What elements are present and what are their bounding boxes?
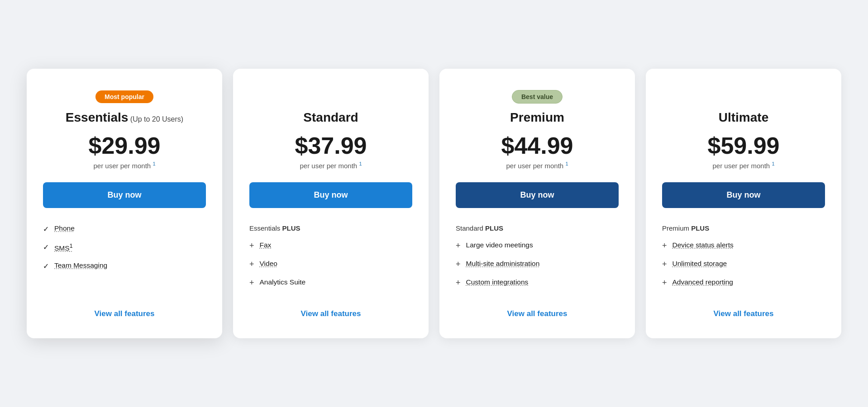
plus-icon: + [456, 260, 461, 269]
feature-list-standard: +Fax+Video+Analytics Suite [249, 241, 412, 297]
plus-icon: + [456, 278, 461, 288]
list-item: +Custom integrations [456, 278, 619, 288]
feature-text: Large video meetings [466, 241, 533, 249]
list-item: +Multi-site administration [456, 260, 619, 269]
checkmark-icon: ✓ [43, 225, 49, 233]
pricing-grid: Most popularEssentials (Up to 20 Users)$… [27, 69, 841, 338]
feature-text: Device status alerts [672, 241, 734, 249]
plan-name-suffix-essentials: (Up to 20 Users) [128, 115, 183, 123]
badge-essentials: Most popular [95, 90, 153, 103]
buy-button-essentials[interactable]: Buy now [43, 182, 206, 208]
feature-text: SMS1 [54, 242, 73, 252]
badge-area-premium: Best value [456, 87, 619, 107]
buy-button-premium[interactable]: Buy now [456, 182, 619, 208]
feature-text: Fax [260, 241, 272, 249]
plan-name-ultimate: Ultimate [662, 110, 825, 125]
feature-text: Multi-site administration [466, 260, 540, 268]
feature-text: Team Messaging [54, 261, 107, 270]
buy-button-ultimate[interactable]: Buy now [662, 182, 825, 208]
list-item: ✓SMS1 [43, 242, 206, 252]
list-item: +Analytics Suite [249, 278, 412, 288]
view-all-link-essentials[interactable]: View all features [43, 309, 206, 318]
list-item: +Video [249, 260, 412, 269]
feature-text: Video [260, 260, 277, 268]
plan-period-standard: per user per month 1 [249, 161, 412, 170]
checkmark-icon: ✓ [43, 243, 49, 251]
view-all-link-ultimate[interactable]: View all features [662, 309, 825, 318]
plan-price-essentials: $29.99 [43, 134, 206, 157]
checkmark-icon: ✓ [43, 262, 49, 270]
feature-text: Custom integrations [466, 278, 529, 286]
plus-icon: + [249, 278, 254, 288]
list-item: +Unlimited storage [662, 260, 825, 269]
plan-name-essentials: Essentials (Up to 20 Users) [43, 110, 206, 125]
badge-area-essentials: Most popular [43, 87, 206, 107]
features-label-standard: Essentials PLUS [249, 224, 412, 232]
feature-list-premium: +Large video meetings+Multi-site adminis… [456, 241, 619, 297]
list-item: +Fax [249, 241, 412, 251]
plan-card-standard: Standard$37.99per user per month 1Buy no… [233, 69, 429, 338]
feature-text: Analytics Suite [260, 278, 306, 286]
feature-list-essentials: ✓Phone✓SMS1✓Team Messaging [43, 224, 206, 297]
features-label-premium: Standard PLUS [456, 224, 619, 232]
feature-text: Advanced reporting [672, 278, 733, 286]
buy-button-standard[interactable]: Buy now [249, 182, 412, 208]
plus-icon: + [249, 241, 254, 251]
feature-list-ultimate: +Device status alerts+Unlimited storage+… [662, 241, 825, 297]
plan-name-premium: Premium [456, 110, 619, 125]
plan-period-ultimate: per user per month 1 [662, 161, 825, 170]
plan-card-ultimate: Ultimate$59.99per user per month 1Buy no… [646, 69, 841, 338]
plan-price-premium: $44.99 [456, 134, 619, 157]
view-all-link-standard[interactable]: View all features [249, 309, 412, 318]
plan-period-premium: per user per month 1 [456, 161, 619, 170]
plus-icon: + [456, 241, 461, 251]
plan-price-standard: $37.99 [249, 134, 412, 157]
list-item: +Large video meetings [456, 241, 619, 251]
features-label-ultimate: Premium PLUS [662, 224, 825, 232]
plus-icon: + [662, 278, 667, 288]
plus-icon: + [662, 241, 667, 251]
list-item: ✓Team Messaging [43, 261, 206, 270]
plan-card-premium: Best valuePremium$44.99per user per mont… [439, 69, 635, 338]
view-all-link-premium[interactable]: View all features [456, 309, 619, 318]
plan-period-essentials: per user per month 1 [43, 161, 206, 170]
plan-name-standard: Standard [249, 110, 412, 125]
plan-card-essentials: Most popularEssentials (Up to 20 Users)$… [27, 69, 222, 338]
plus-icon: + [249, 260, 254, 269]
list-item: +Advanced reporting [662, 278, 825, 288]
feature-text: Unlimited storage [672, 260, 727, 268]
feature-text: Phone [54, 224, 75, 232]
plan-price-ultimate: $59.99 [662, 134, 825, 157]
list-item: +Device status alerts [662, 241, 825, 251]
list-item: ✓Phone [43, 224, 206, 233]
badge-premium: Best value [512, 90, 563, 104]
plus-icon: + [662, 260, 667, 269]
